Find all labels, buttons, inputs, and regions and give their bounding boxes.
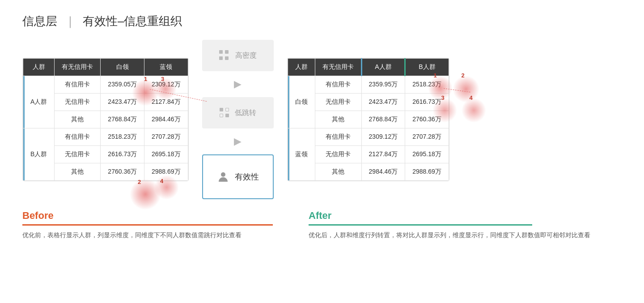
after-section: After 优化后，人群和维度行列转置，将对比人群显示列，维度显示行，同维度下人… [300,210,622,241]
before-section: Before 优化前，表格行显示人群，列显示维度，同维度下不同人群数值需跳行对比… [22,210,300,241]
lj-dot2 [225,108,229,111]
person-icon [217,171,229,183]
effectiveness-label: 有效性 [235,171,259,182]
before-text: 优化前，表格行显示人群，列显示维度，同维度下不同人群数值需跳行对比查看 [22,230,300,241]
heat-spot-2 [130,179,161,210]
low-jump-box: 低跳转 [202,97,274,128]
cell: 2760.36万 [101,163,144,181]
lj-dot3 [220,114,223,117]
cell: 无信用卡 [315,94,361,111]
page-container: 信息层 ｜ 有效性–信息重组织 人群 有无信用卡 白领 蓝领 [0,0,644,250]
table-row: 白领 有信用卡 2359.95万 2518.23万 [288,76,449,94]
after-num-1: 1 [434,72,437,79]
after-table: 人群 有无信用卡 A人群 B人群 白领 有信用卡 2359.95万 2518.2… [288,58,449,181]
after-num-4: 4 [470,94,473,101]
before-col-1: 有无信用卡 [55,59,101,76]
after-table-container: 人群 有无信用卡 A人群 B人群 白领 有信用卡 2359.95万 2518.2… [287,58,449,181]
cell: 无信用卡 [55,94,101,111]
main-content: 人群 有无信用卡 白领 蓝领 A人群 有信用卡 2359.05万 2309.12… [22,40,622,199]
after-col-0: 人群 [288,59,315,76]
before-divider [22,224,273,226]
cell: 有信用卡 [55,128,101,146]
before-label: Before [22,210,300,222]
title-sub: 有效性–信息重组织 [83,13,182,29]
cell: 其他 [55,111,101,128]
num-label-1: 1 [144,76,147,82]
after-heat-4 [462,98,486,123]
num-label-3: 3 [161,76,164,82]
arrow-icon-1: ▶ [234,78,242,90]
group-b-label: B人群 [23,128,55,181]
after-num-2: 2 [462,72,465,79]
arrow-icon-2: ▶ [234,136,242,147]
after-label: After [309,210,622,222]
dot1 [219,50,223,54]
high-density-label: 高密度 [235,51,257,60]
cell: 有信用卡 [315,76,361,94]
cell: 无信用卡 [55,146,101,163]
title-main: 信息层 [22,13,57,29]
cell: 有信用卡 [315,128,361,146]
cell: 无信用卡 [315,146,361,163]
cell: 2695.18万 [405,146,449,163]
density-icon [219,50,230,61]
cell: 2127.84万 [361,146,405,163]
arrow-group-1: ▶ [234,78,242,90]
before-col-0: 人群 [23,59,55,76]
cell: 其他 [315,163,361,181]
cell: 2309.12万 [144,76,188,94]
cell: 2518.23万 [101,128,144,146]
bottom-section: Before 优化前，表格行显示人群，列显示维度，同维度下不同人群数值需跳行对比… [22,210,622,241]
cell: 2707.28万 [405,128,449,146]
cell: 2707.28万 [144,128,188,146]
cell: 2695.18万 [144,146,188,163]
after-table-wrapper: 人群 有无信用卡 A人群 B人群 白领 有信用卡 2359.95万 2518.2… [287,58,449,181]
cell: 2359.05万 [101,76,144,94]
lj-dot4 [225,114,229,117]
after-col-2: A人群 [361,59,405,76]
cell: 有信用卡 [55,76,101,94]
title-divider: ｜ [64,13,76,29]
cell: 2768.84万 [101,111,144,128]
cell: 2984.46万 [361,163,405,181]
after-heat-2 [453,76,479,102]
high-density-box: 高密度 [202,40,274,71]
cell: 2309.12万 [361,128,405,146]
low-jump-label: 低跳转 [235,108,256,118]
dot3 [219,56,223,60]
cell: 2988.69万 [405,163,449,181]
cell: 2988.69万 [144,163,188,181]
effectiveness-box: 有效性 [202,154,274,199]
cell: 2359.95万 [361,76,405,94]
dot2 [225,50,229,54]
table-row: 蓝领 有信用卡 2309.12万 2707.28万 [288,128,449,146]
cell: 2760.36万 [405,111,449,128]
cell: 2423.47万 [101,94,144,111]
cell: 其他 [55,163,101,181]
after-divider [309,224,532,226]
after-col-3: B人群 [405,59,449,76]
after-col-1: 有无信用卡 [315,59,361,76]
cell: 其他 [315,111,361,128]
before-table-container: 人群 有无信用卡 白领 蓝领 A人群 有信用卡 2359.05万 2309.12… [22,58,189,181]
table-row: B人群 有信用卡 2518.23万 2707.28万 [23,128,188,146]
arrow-group-2: ▶ [234,136,242,147]
cell: 2984.46万 [144,111,188,128]
cell: 2768.84万 [361,111,405,128]
dot4 [225,56,229,60]
low-jump-icon [220,108,229,118]
group-bailin-label: 白领 [288,76,315,128]
before-col-2: 白领 [101,59,144,76]
after-text: 优化后，人群和维度行列转置，将对比人群显示列，维度显示行，同维度下人群数值即可相… [309,230,622,241]
group-bailin2-label: 蓝领 [288,128,315,181]
num-label-4: 4 [160,178,163,184]
lj-dot1 [220,108,223,111]
cell: 2616.73万 [101,146,144,163]
before-col-3: 蓝领 [144,59,188,76]
page-title: 信息层 ｜ 有效性–信息重组织 [22,13,622,29]
cell: 2518.23万 [405,76,449,94]
group-a-label: A人群 [23,76,55,128]
middle-section: 高密度 ▶ 低跳转 ▶ [189,40,287,199]
svg-point-0 [221,172,225,177]
num-label-2: 2 [138,179,141,185]
